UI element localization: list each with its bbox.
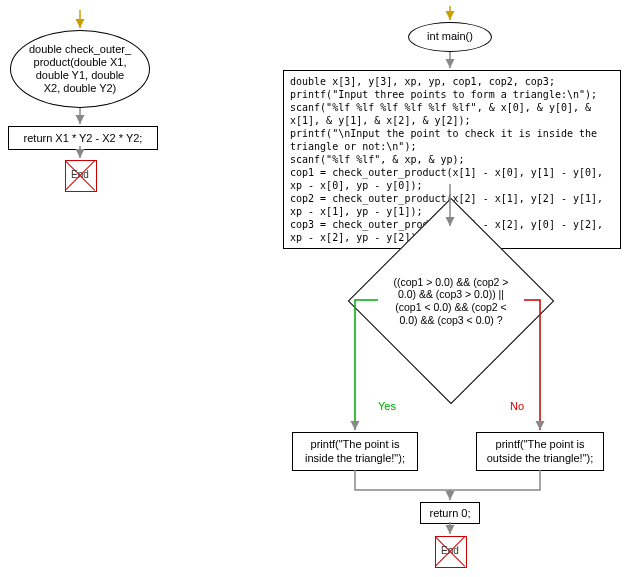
main-ellipse: int main()	[408, 22, 492, 52]
decision-text: ((cop1 > 0.0) && (cop2 > 0.0) && (cop3 >…	[394, 276, 509, 326]
return0-rect: return 0;	[420, 502, 480, 524]
decision-diamond: ((cop1 > 0.0) && (cop2 > 0.0) && (cop3 >…	[378, 228, 524, 374]
main-signature-text: int main()	[427, 30, 473, 43]
yes-label: Yes	[378, 400, 396, 412]
func-signature-text: double check_outer_ product(double X1, d…	[29, 43, 131, 96]
outside-text: printf("The point is outside the triangl…	[487, 438, 594, 464]
inside-text: printf("The point is inside the triangle…	[305, 438, 405, 464]
left-end-text: End	[65, 169, 95, 180]
outside-rect: printf("The point is outside the triangl…	[476, 432, 604, 471]
return0-text: return 0;	[430, 507, 471, 519]
right-end-text: End	[435, 545, 465, 556]
func-return-text: return X1 * Y2 - X2 * Y2;	[24, 132, 143, 144]
no-label: No	[510, 400, 524, 412]
func-ellipse: double check_outer_ product(double X1, d…	[10, 30, 150, 108]
left-end-node: End	[65, 160, 95, 190]
inside-rect: printf("The point is inside the triangle…	[292, 432, 418, 471]
func-return-rect: return X1 * Y2 - X2 * Y2;	[8, 126, 158, 150]
right-end-node: End	[435, 536, 465, 566]
